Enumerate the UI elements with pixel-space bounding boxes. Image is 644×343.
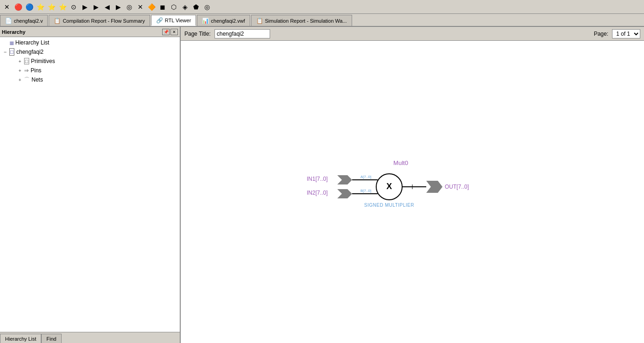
in1-label: IN1[7..0] <box>307 176 328 182</box>
toolbar-btn-16[interactable]: ⬡ <box>169 2 179 12</box>
toolbar-btn-10[interactable]: ◀ <box>102 2 112 12</box>
toolbar-btn-5[interactable]: ⭐ <box>46 2 57 12</box>
tab-rtl-viewer[interactable]: 🔗 RTL Viewer <box>151 15 196 26</box>
tree-item-nets[interactable]: + ⌒ Nets <box>0 75 180 84</box>
plus-expand-icon-primitives: + <box>19 59 23 64</box>
in1-connector <box>337 175 352 184</box>
page-title-input[interactable] <box>215 29 270 38</box>
page-title-label: Page Title: <box>184 31 211 37</box>
panel-pin-button[interactable]: 📌 <box>162 29 170 35</box>
module-icon: □ <box>9 48 14 56</box>
pin-icon: ⇒ <box>24 67 29 74</box>
toolbar: ✕ 🔴 🔵 ⭐ ⭐ ⭐ ⊙ ▶ ▶ ◀ ▶ ◎ ✕ 🔶 ◼ ⬡ ◈ ⬟ ◎ <box>0 0 644 14</box>
panel-header-buttons: 📌 ✕ <box>162 29 178 35</box>
toolbar-btn-1[interactable]: ✕ <box>2 2 12 12</box>
tab-simulation-report[interactable]: 📋 Simulation Report - Simulation Wa... <box>251 15 352 26</box>
waveform-icon: 📊 <box>202 18 209 24</box>
sim-report-icon: 📋 <box>256 18 263 24</box>
toolbar-btn-3[interactable]: 🔵 <box>24 2 34 12</box>
wire2-label: B[7..0] <box>360 189 371 193</box>
toolbar-btn-8[interactable]: ▶ <box>80 2 90 12</box>
toolbar-btn-18[interactable]: ⬟ <box>191 2 201 12</box>
toolbar-btn-6[interactable]: ⭐ <box>57 2 68 12</box>
tab-bar: 📄 chengfaqi2.v 📋 Compilation Report - Fl… <box>0 14 644 27</box>
in2-connector <box>337 189 352 198</box>
toolbar-btn-17[interactable]: ◈ <box>180 2 190 12</box>
panel-header: Hierarchy 📌 ✕ <box>0 27 180 37</box>
right-panel: Page Title: Page: 1 of 1 Mult0 IN1[7..0] <box>181 27 644 343</box>
hierarchy-tree: ≣ Hierarchy List − □ chengfaqi2 + □ Prim… <box>0 37 180 332</box>
hierarchy-list-icon: ≣ <box>9 39 14 46</box>
panel-tab-find[interactable]: Find <box>41 334 61 343</box>
in2-label: IN2[7..0] <box>307 190 328 196</box>
tree-item-primitives[interactable]: + □ Primitives <box>0 57 180 66</box>
toolbar-btn-12[interactable]: ◎ <box>124 2 134 12</box>
minus-expand-icon: − <box>4 49 8 55</box>
signed-label: SIGNED MULTIPLIER <box>364 203 414 208</box>
report-icon: 📋 <box>54 18 61 24</box>
x-symbol: X <box>386 182 392 191</box>
main-layout: Hierarchy 📌 ✕ ≣ Hierarchy List − □ cheng… <box>0 27 644 343</box>
rtl-icon: 🔗 <box>156 17 163 24</box>
toolbar-btn-15[interactable]: ◼ <box>158 2 168 12</box>
file-icon: 📄 <box>5 18 12 24</box>
mult-name-label: Mult0 <box>393 159 408 166</box>
tree-item-pins[interactable]: + ⇒ Pins <box>0 66 180 75</box>
content-toolbar: Page Title: Page: 1 of 1 <box>181 27 644 41</box>
out-label: OUT[7..0] <box>445 184 469 190</box>
toolbar-btn-2[interactable]: 🔴 <box>13 2 23 12</box>
out-connector <box>426 181 442 193</box>
toolbar-btn-11[interactable]: ▶ <box>113 2 123 12</box>
toolbar-btn-9[interactable]: ▶ <box>91 2 101 12</box>
tab-compilation-report[interactable]: 📋 Compilation Report - Flow Summary <box>49 15 150 26</box>
rtl-diagram: Mult0 IN1[7..0] IN2[7..0] A[7..0] <box>301 157 533 214</box>
tree-item-hierarchy-list[interactable]: ≣ Hierarchy List <box>0 38 180 47</box>
tree-item-chengfaqi2[interactable]: − □ chengfaqi2 <box>0 47 180 57</box>
canvas-area: Mult0 IN1[7..0] IN2[7..0] A[7..0] <box>181 41 644 343</box>
panel-tab-hierarchy-list[interactable]: Hierarchy List <box>0 334 41 343</box>
tab-chengfaqi2-vwf[interactable]: 📊 chengfaqi2.vwf <box>197 15 250 26</box>
toolbar-btn-19[interactable]: ◎ <box>202 2 212 12</box>
panel-bottom-tabs: Hierarchy List Find <box>0 332 180 343</box>
net-icon: ⌒ <box>24 76 30 84</box>
toolbar-btn-14[interactable]: 🔶 <box>146 2 157 12</box>
toolbar-btn-7[interactable]: ⊙ <box>69 2 79 12</box>
left-panel: Hierarchy 📌 ✕ ≣ Hierarchy List − □ cheng… <box>0 27 181 343</box>
page-label: Page: <box>594 31 608 37</box>
toolbar-btn-4[interactable]: ⭐ <box>35 2 45 12</box>
page-select[interactable]: 1 of 1 <box>612 29 640 38</box>
plus-expand-icon-pins: + <box>19 68 23 73</box>
panel-title: Hierarchy <box>2 29 25 35</box>
wire1-label: A[7..0] <box>360 175 371 179</box>
panel-close-button[interactable]: ✕ <box>170 29 178 35</box>
tab-chengfaqi2-v[interactable]: 📄 chengfaqi2.v <box>0 15 48 26</box>
toolbar-btn-13[interactable]: ✕ <box>135 2 145 12</box>
primitive-icon: □ <box>24 58 29 64</box>
plus-expand-icon-nets: + <box>19 77 23 83</box>
diagram-svg: Mult0 IN1[7..0] IN2[7..0] A[7..0] <box>301 157 533 212</box>
